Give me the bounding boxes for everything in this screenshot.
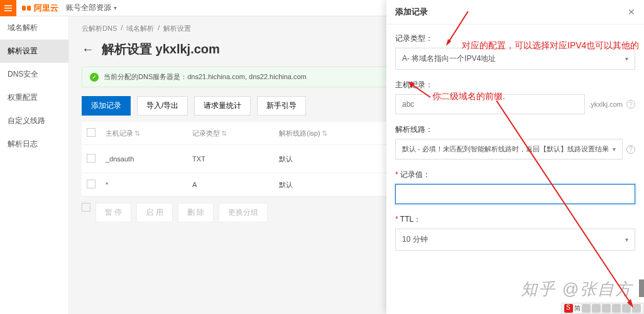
cell-host: _dnsauth bbox=[101, 145, 187, 173]
ime-icon[interactable] bbox=[592, 304, 601, 313]
ime-icon[interactable] bbox=[612, 304, 621, 313]
menu-burger[interactable] bbox=[0, 0, 16, 16]
help-icon[interactable]: ? bbox=[626, 100, 635, 109]
row-checkbox[interactable] bbox=[87, 154, 96, 163]
chevron-down-icon: ▾ bbox=[114, 4, 117, 11]
domain-suffix: .ykxlkj.com bbox=[589, 100, 623, 108]
select-all-checkbox[interactable] bbox=[87, 128, 96, 137]
sidebar-item-dns-security[interactable]: DNS安全 bbox=[0, 63, 68, 86]
ime-icon[interactable] bbox=[582, 304, 591, 313]
select-all-bottom[interactable] bbox=[82, 203, 90, 212]
svg-rect-0 bbox=[22, 6, 26, 11]
sidebar-item-weight[interactable]: 权重配置 bbox=[0, 86, 68, 109]
host-record-input[interactable] bbox=[395, 94, 585, 114]
guide-button[interactable]: 新手引导 bbox=[257, 96, 306, 116]
close-icon[interactable]: ✕ bbox=[628, 7, 635, 17]
cell-type: A bbox=[187, 173, 274, 197]
account-selector[interactable]: 账号全部资源▾ bbox=[66, 3, 117, 13]
sort-icon[interactable]: ⇅ bbox=[134, 129, 140, 137]
svg-rect-1 bbox=[27, 6, 31, 11]
ime-toolbar[interactable]: 简 bbox=[561, 303, 644, 314]
sort-icon[interactable]: ⇅ bbox=[221, 129, 227, 137]
add-record-drawer: 添加记录 ✕ 记录类型： A- 将域名指向一个IPV4地址▾ 主机记录： .yk… bbox=[386, 0, 644, 314]
import-export-button[interactable]: 导入/导出 bbox=[137, 96, 188, 116]
sidebar: 域名解析 解析设置 DNS安全 权重配置 自定义线路 解析日志 bbox=[0, 16, 69, 314]
chevron-down-icon: ▾ bbox=[625, 55, 628, 62]
cell-type: TXT bbox=[187, 145, 274, 173]
ttl-label: TTL： bbox=[395, 214, 635, 225]
cell-line: 默认 bbox=[274, 173, 387, 197]
add-record-button[interactable]: 添加记录 bbox=[82, 96, 131, 116]
change-group-button: 更换分组 bbox=[219, 203, 268, 222]
crumb-1[interactable]: 云解析DNS bbox=[82, 24, 117, 33]
record-type-label: 记录类型： bbox=[395, 33, 635, 44]
host-record-label: 主机记录： bbox=[395, 80, 635, 90]
check-icon: ✓ bbox=[90, 73, 99, 82]
sort-icon[interactable]: ⇅ bbox=[322, 129, 327, 137]
sidebar-item-resolve-log[interactable]: 解析日志 bbox=[0, 133, 68, 156]
logo: 阿里云 bbox=[21, 3, 58, 14]
resolve-line-label: 解析线路： bbox=[395, 124, 635, 135]
ime-sogou-icon[interactable] bbox=[564, 304, 573, 313]
record-value-input[interactable] bbox=[395, 184, 635, 204]
sidebar-item-domain-dns[interactable]: 域名解析 bbox=[0, 16, 68, 40]
ime-icon[interactable] bbox=[622, 304, 631, 313]
scrollbar-thumb[interactable] bbox=[639, 279, 644, 297]
record-type-select[interactable]: A- 将域名指向一个IPV4地址▾ bbox=[395, 48, 635, 70]
record-value-label: 记录值： bbox=[395, 170, 635, 180]
watermark: 知乎 @张自方 bbox=[521, 278, 633, 300]
chevron-down-icon: ▾ bbox=[625, 236, 628, 243]
chevron-down-icon: ▾ bbox=[613, 146, 616, 153]
drawer-title: 添加记录 bbox=[395, 6, 428, 18]
cell-line: 默认 bbox=[274, 145, 387, 173]
crumb-3[interactable]: 解析设置 bbox=[163, 24, 191, 33]
row-checkbox[interactable] bbox=[87, 180, 96, 188]
ime-icon[interactable] bbox=[632, 304, 641, 313]
crumb-2[interactable]: 域名解析 bbox=[126, 24, 154, 33]
ime-icon[interactable] bbox=[602, 304, 611, 313]
sidebar-item-custom-line[interactable]: 自定义线路 bbox=[0, 109, 68, 133]
page-title: 解析设置 ykxlkj.com bbox=[102, 41, 220, 58]
sidebar-item-resolve-settings[interactable]: 解析设置 bbox=[0, 40, 68, 63]
ttl-select[interactable]: 10 分钟▾ bbox=[395, 229, 635, 251]
request-stats-button[interactable]: 请求量统计 bbox=[194, 96, 251, 116]
back-arrow-icon[interactable]: ← bbox=[82, 42, 94, 57]
resolve-line-select[interactable]: 默认 - 必填！未匹配到智能解析线路时，返回【默认】线路设置结果▾ bbox=[395, 139, 623, 160]
delete-button: 删 除 bbox=[178, 203, 214, 222]
cell-host: * bbox=[101, 173, 187, 197]
pause-button: 暂 停 bbox=[96, 203, 131, 222]
help-icon[interactable]: ? bbox=[626, 145, 635, 154]
enable-button: 启 用 bbox=[136, 203, 172, 222]
